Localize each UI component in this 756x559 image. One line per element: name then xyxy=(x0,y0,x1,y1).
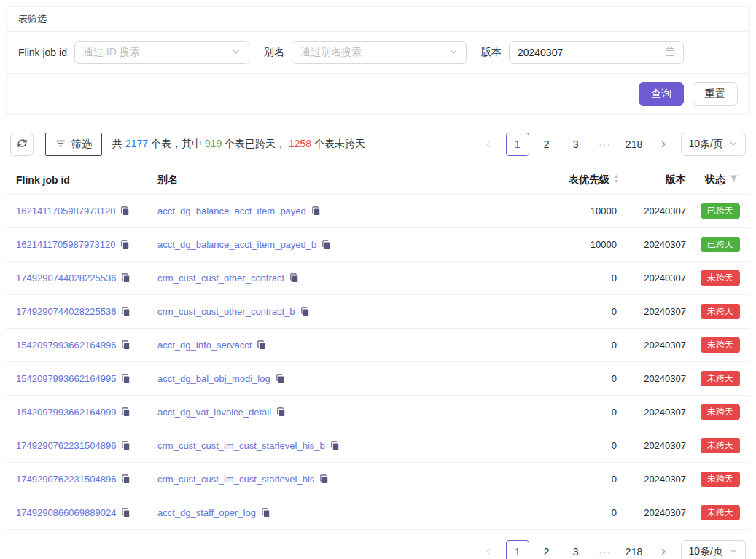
copy-icon[interactable] xyxy=(121,508,130,517)
table-row: 1542097993662164999 acct_dg_vat_invoice_… xyxy=(6,396,750,429)
job-id-link[interactable]: 1542097993662164999 xyxy=(16,407,116,418)
filter-button[interactable]: 筛选 xyxy=(45,133,102,156)
alias-link[interactable]: crm_cust_cust_other_contract xyxy=(157,273,284,284)
filter-card-title: 表筛选 xyxy=(7,7,749,32)
version-date-input[interactable]: 20240307 xyxy=(509,41,684,64)
status-badge: 已跨天 xyxy=(701,237,740,252)
status-badge: 未跨天 xyxy=(701,304,740,319)
page-size-select[interactable]: 10条/页 xyxy=(681,540,746,559)
priority-cell: 10000 xyxy=(465,228,626,262)
pagination-page-1[interactable]: 1 xyxy=(506,540,529,559)
copy-icon[interactable] xyxy=(276,374,285,383)
table-header-row: Flink job id 别名 表优先级 版本 状态 xyxy=(6,166,750,195)
alias-link[interactable]: acct_dg_staff_oper_log xyxy=(157,507,256,518)
copy-icon[interactable] xyxy=(121,407,130,417)
job-id-link[interactable]: 1749290762231504896 xyxy=(16,474,116,485)
status-badge: 未跨天 xyxy=(701,404,740,420)
version-cell: 20240307 xyxy=(626,262,695,295)
pagination-ellipsis[interactable]: ··· xyxy=(593,133,617,156)
pagination-next[interactable] xyxy=(652,540,675,559)
job-id-link[interactable]: 1749290866069889024 xyxy=(16,507,116,518)
alias-link[interactable]: crm_cust_cust_im_cust_starlevel_his xyxy=(157,474,314,485)
pagination-next[interactable] xyxy=(652,133,675,156)
alias-link[interactable]: acct_dg_balance_acct_item_payed xyxy=(157,206,306,216)
copy-icon[interactable] xyxy=(121,307,130,316)
pagination-page-last[interactable]: 218 xyxy=(623,540,646,559)
alias-link[interactable]: crm_cust_cust_im_cust_starlevel_his_b xyxy=(157,440,325,451)
chevron-down-icon xyxy=(449,47,458,58)
copy-icon[interactable] xyxy=(257,340,266,350)
summary-prefix: 共 xyxy=(112,138,125,149)
copy-icon[interactable] xyxy=(121,340,130,350)
copy-icon[interactable] xyxy=(330,441,340,450)
priority-cell: 0 xyxy=(465,362,626,396)
version-cell: 20240307 xyxy=(626,228,695,262)
job-id-select[interactable]: 通过 ID 搜索 xyxy=(74,41,249,64)
priority-cell: 0 xyxy=(465,496,626,530)
status-badge: 未跨天 xyxy=(701,371,740,386)
version-cell: 20240307 xyxy=(626,362,695,396)
copy-icon[interactable] xyxy=(261,508,270,517)
job-id-link[interactable]: 1542097993662164995 xyxy=(16,373,116,384)
alias-link[interactable]: crm_cust_cust_other_contract_b xyxy=(157,306,295,317)
job-id-link[interactable]: 1749290744028225536 xyxy=(16,273,116,284)
filter-lines-icon xyxy=(55,138,66,151)
copy-icon[interactable] xyxy=(120,240,130,249)
column-header-priority[interactable]: 表优先级 xyxy=(465,166,626,195)
job-id-link[interactable]: 1621411705987973120 xyxy=(16,206,115,216)
version-cell: 20240307 xyxy=(626,429,695,463)
data-table: Flink job id 别名 表优先级 版本 状态 1621411705987… xyxy=(6,166,750,530)
refresh-button[interactable] xyxy=(10,133,34,156)
query-button[interactable]: 查询 xyxy=(639,82,684,106)
copy-icon[interactable] xyxy=(322,240,331,249)
copy-icon[interactable] xyxy=(120,206,130,216)
job-id-link[interactable]: 1542097993662164996 xyxy=(16,340,116,351)
page-size-value: 10条/页 xyxy=(689,545,723,558)
priority-cell: 0 xyxy=(465,396,626,429)
alias-placeholder: 通过别名搜索 xyxy=(300,46,362,59)
pagination-prev[interactable] xyxy=(477,133,500,156)
copy-icon[interactable] xyxy=(121,474,130,484)
priority-cell: 0 xyxy=(465,329,626,362)
pagination-page-3[interactable]: 3 xyxy=(564,133,588,156)
copy-icon[interactable] xyxy=(300,307,310,316)
alias-link[interactable]: acct_dg_balance_acct_item_payed_b xyxy=(157,239,316,250)
copy-icon[interactable] xyxy=(121,441,130,450)
pagination-ellipsis[interactable]: ··· xyxy=(593,540,617,559)
table-body: 1621411705987973120 acct_dg_balance_acct… xyxy=(6,195,750,530)
filter-card: 表筛选 Flink job id 通过 ID 搜索 别名 通过别名搜索 版本 xyxy=(6,6,750,115)
copy-icon[interactable] xyxy=(121,374,130,383)
pagination-page-2[interactable]: 2 xyxy=(535,540,558,559)
alias-link[interactable]: acct_dg_vat_invoice_detail xyxy=(157,407,271,418)
table-row: 1621411705987973120 acct_dg_balance_acct… xyxy=(6,228,750,262)
pagination-page-3[interactable]: 3 xyxy=(564,540,588,559)
copy-icon[interactable] xyxy=(289,273,299,283)
page: 表筛选 Flink job id 通过 ID 搜索 别名 通过别名搜索 版本 xyxy=(0,0,756,559)
version-cell: 20240307 xyxy=(626,295,695,329)
reset-button[interactable]: 重置 xyxy=(693,82,738,106)
alias-link[interactable]: acct_dg_info_servacct xyxy=(157,340,252,351)
page-size-select[interactable]: 10条/页 xyxy=(681,133,746,156)
copy-icon[interactable] xyxy=(311,206,321,216)
pagination-page-1[interactable]: 1 xyxy=(506,133,529,156)
copy-icon[interactable] xyxy=(276,407,286,417)
version-cell: 20240307 xyxy=(626,396,695,429)
pagination-page-last[interactable]: 218 xyxy=(623,133,646,156)
filter-funnel-icon[interactable] xyxy=(729,174,739,186)
version-cell: 20240307 xyxy=(626,195,695,228)
alias-select[interactable]: 通过别名搜索 xyxy=(292,41,467,64)
status-badge: 未跨天 xyxy=(701,472,740,487)
copy-icon[interactable] xyxy=(319,474,329,484)
pagination-page-2[interactable]: 2 xyxy=(535,133,558,156)
job-id-link[interactable]: 1749290744028225536 xyxy=(16,306,116,317)
sort-icon[interactable] xyxy=(613,174,620,186)
pagination-prev[interactable] xyxy=(477,540,500,559)
job-id-link[interactable]: 1749290762231504896 xyxy=(16,440,116,451)
filter-item-job-id: Flink job id 通过 ID 搜索 xyxy=(18,41,249,64)
table-toolbar: 筛选 共 2177 个表，其中 919 个表已跨天， 1258 个表未跨天 1 … xyxy=(6,133,750,156)
chevron-down-icon xyxy=(729,546,738,558)
alias-link[interactable]: acct_dg_bal_obj_modi_log xyxy=(157,373,270,384)
copy-icon[interactable] xyxy=(121,273,130,283)
job-id-link[interactable]: 1621411705987973120 xyxy=(16,239,115,250)
status-badge: 未跨天 xyxy=(701,270,740,286)
